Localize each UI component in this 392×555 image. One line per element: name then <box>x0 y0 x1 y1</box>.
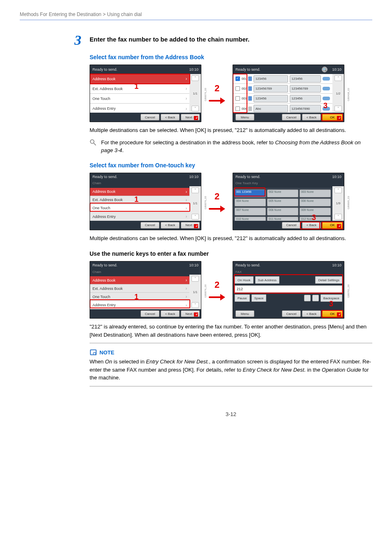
panel-chain-list: Ready to send.10:10 Chain Address Book› … <box>90 261 201 319</box>
cancel-button[interactable]: Cancel <box>141 310 159 317</box>
back-button[interactable]: < Back <box>302 310 321 317</box>
search-icon[interactable]: 🔍 <box>322 67 327 72</box>
scroll-down-icon[interactable]: ˅ <box>191 302 199 308</box>
scroll-up-icon[interactable]: ˄ <box>191 187 199 193</box>
callout-2: 2 <box>214 191 219 202</box>
scroll-up-icon[interactable]: ˄ <box>191 276 199 282</box>
callout-1: 1 <box>134 82 138 91</box>
menu-button[interactable]: Menu <box>235 114 254 120</box>
space-button[interactable]: Space <box>251 294 267 302</box>
scroll-up-icon[interactable]: ˄ <box>334 187 342 193</box>
callout-2: 2 <box>214 280 219 290</box>
list-item[interactable]: Address Entry› <box>90 213 189 221</box>
callout-3: 3 <box>323 102 327 110</box>
list-item[interactable]: Ext. Address Book› <box>90 196 189 204</box>
address-row[interactable]: 002123456789123456789 <box>233 84 332 94</box>
next-button[interactable]: Next >↲ <box>181 222 200 229</box>
next-button[interactable]: Next >↲ <box>181 310 200 317</box>
panel-onetouch: Ready to send.10:10 One Touch Key 001 12… <box>233 173 344 230</box>
checkbox-icon[interactable] <box>235 96 240 101</box>
ok-button[interactable]: OK↲ <box>322 222 343 229</box>
list-item[interactable]: Address Book› <box>90 188 189 196</box>
cursor-right-icon[interactable]: › <box>312 295 319 301</box>
note-body: When On is selected in Entry Check for N… <box>90 358 372 382</box>
body-text: "212" is already entered, so continue by… <box>90 323 372 339</box>
scroll-down-icon[interactable]: ˅ <box>334 106 342 111</box>
reference-text: For the procedure for selecting a destin… <box>101 139 372 155</box>
onetouch-cell[interactable]: 005 None <box>267 199 298 206</box>
pause-button[interactable]: Pause <box>235 294 250 302</box>
back-button[interactable]: < Back <box>302 222 321 229</box>
onetouch-cell[interactable]: 004 None <box>235 199 266 206</box>
next-button[interactable]: Next >↲ <box>181 114 200 120</box>
checkbox-icon[interactable] <box>235 76 240 81</box>
callout-2: 2 <box>214 83 219 94</box>
onetouch-cell[interactable]: 008 None <box>267 208 298 215</box>
ok-button[interactable]: OK↲ <box>322 310 343 317</box>
onetouch-cell[interactable]: 001 123456 <box>235 190 266 197</box>
list-item[interactable]: Address Book› <box>90 74 189 84</box>
scroll-down-icon[interactable]: ˅ <box>191 106 199 111</box>
side-code: GB0076_00 <box>204 284 207 298</box>
svg-line-1 <box>94 143 96 145</box>
list-item[interactable]: Address Entry› <box>90 301 189 309</box>
scroll-down-icon[interactable]: ˅ <box>191 214 199 220</box>
callout-1: 1 <box>134 195 138 204</box>
edit-icon[interactable] <box>323 97 330 100</box>
reference-icon <box>90 139 97 146</box>
onetouch-cell[interactable]: 006 None <box>300 199 331 206</box>
cancel-button[interactable]: Cancel <box>282 222 301 229</box>
callout-3: 3 <box>329 300 333 308</box>
onetouch-cell[interactable]: 002 None <box>267 190 298 197</box>
fax-number-input[interactable]: 212 <box>235 285 342 293</box>
back-button[interactable]: < Back <box>302 114 321 120</box>
list-item[interactable]: One Touch› <box>90 293 189 301</box>
checkbox-icon[interactable] <box>235 106 240 111</box>
menu-button[interactable]: Menu <box>235 310 254 317</box>
back-button[interactable]: < Back <box>161 114 180 120</box>
figure-numeric: Ready to send.10:10 Chain Address Book› … <box>90 261 372 319</box>
ok-button[interactable]: OK↲ <box>322 114 343 120</box>
side-code: GB0076_00 <box>204 88 207 101</box>
figure-address-book: Ready to send.10:10 Address Book› Ext. A… <box>90 65 372 122</box>
fax-icon <box>248 86 252 91</box>
cancel-button[interactable]: Cancel <box>141 222 159 229</box>
list-item[interactable]: Address Book› <box>90 276 189 284</box>
list-item[interactable]: One Touch› <box>90 204 189 213</box>
list-item[interactable]: Ext. Address Book› <box>90 84 189 94</box>
arrow-icon <box>209 206 225 212</box>
cancel-button[interactable]: Cancel <box>282 310 301 317</box>
svg-point-0 <box>90 139 94 143</box>
back-button[interactable]: < Back <box>161 222 180 229</box>
fax-icon <box>248 76 252 81</box>
scroll-down-icon[interactable]: ˅ <box>334 214 342 220</box>
panel-fax-entry: Ready to send.10:10 FAX On Hook Sub Addr… <box>233 261 344 319</box>
address-row[interactable]: 004Abc1234567890 <box>233 104 332 113</box>
onetouch-cell[interactable]: 003 None <box>300 190 331 197</box>
onetouch-cell[interactable]: 007 None <box>235 208 266 215</box>
address-row[interactable]: 003123456123456 <box>233 94 332 104</box>
side-code: GB0095_03 <box>347 196 350 209</box>
edit-icon[interactable] <box>323 77 330 81</box>
breadcrumb: Methods For Entering the Destination > U… <box>20 12 372 17</box>
checkbox-icon[interactable] <box>235 86 240 91</box>
address-row[interactable]: 001123456123456 <box>233 74 332 84</box>
figure-onetouch: Ready to send.10:10 Chain Address Book› … <box>90 173 372 230</box>
back-button[interactable]: < Back <box>161 310 180 317</box>
list-item[interactable]: Address Entry› <box>90 104 189 113</box>
cancel-button[interactable]: Cancel <box>282 114 301 120</box>
detail-settings-button[interactable]: Detail Settings <box>315 276 342 284</box>
step-number: 3 <box>69 32 81 48</box>
scroll-up-icon[interactable]: ˄ <box>191 75 199 81</box>
cursor-left-icon[interactable]: ‹ <box>304 295 311 301</box>
onhook-button[interactable]: On Hook <box>235 276 254 284</box>
note-icon <box>90 349 97 356</box>
edit-icon[interactable] <box>323 87 330 90</box>
cancel-button[interactable]: Cancel <box>141 114 159 120</box>
list-item[interactable]: One Touch› <box>90 94 189 104</box>
body-text: Multiple destinations can be selected. W… <box>90 234 372 243</box>
list-item[interactable]: Ext. Address Book› <box>90 284 189 293</box>
scroll-up-icon[interactable]: ˄ <box>334 75 342 81</box>
subaddress-button[interactable]: Sub Address <box>255 276 279 284</box>
arrow-icon <box>209 294 225 300</box>
